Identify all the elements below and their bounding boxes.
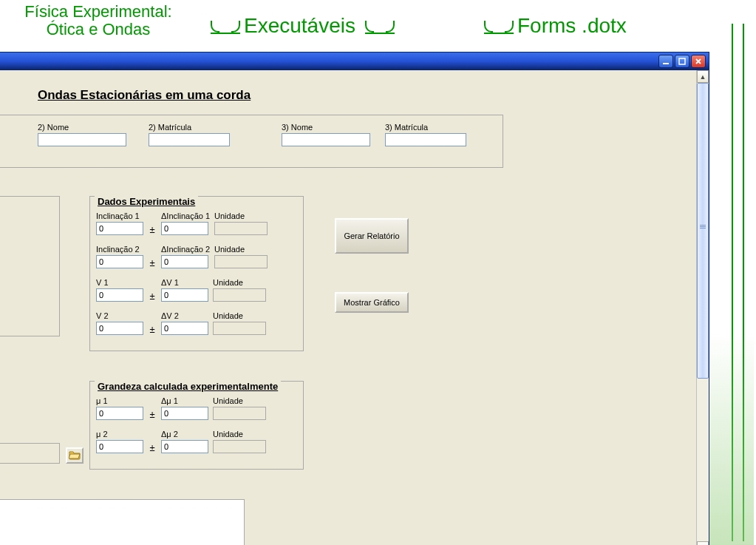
svg-rect-1 xyxy=(679,58,685,64)
delta-mu1-input[interactable] xyxy=(161,407,208,420)
unidade-label: Unidade xyxy=(214,211,268,220)
svg-rect-0 xyxy=(663,63,669,64)
unidade2-output xyxy=(214,255,268,268)
unidade-v2-output xyxy=(213,322,266,335)
forms-label: Forms .dotx xyxy=(517,15,627,38)
gerar-relatorio-button[interactable]: Gerar Relatório xyxy=(335,218,409,254)
delta-inclinacao2-label: ΔInclinação 2 xyxy=(161,245,210,254)
plus-minus-symbol: ± xyxy=(148,324,157,335)
nome2-input[interactable] xyxy=(38,133,126,146)
dados-experimentais-caption: Dados Experimentais xyxy=(95,196,198,207)
client-area: Ondas Estacionárias em uma corda 2) Nome… xyxy=(0,70,709,545)
executaveis-label: Executáveis xyxy=(244,15,355,38)
mu1-label: μ 1 xyxy=(96,396,143,405)
delta-v1-label: ΔV 1 xyxy=(161,278,208,287)
matricula2-input[interactable] xyxy=(149,133,230,146)
scroll-thumb[interactable] xyxy=(697,83,709,379)
unidade-label: Unidade xyxy=(213,430,266,439)
delta-inclinacao1-label: ΔInclinação 1 xyxy=(161,211,210,220)
unidade-mu1-output xyxy=(213,407,266,420)
unidade-label: Unidade xyxy=(214,245,268,254)
close-button[interactable] xyxy=(691,55,706,68)
unidade1-output xyxy=(214,222,268,235)
inclinacao2-input[interactable] xyxy=(96,255,143,268)
v1-input[interactable] xyxy=(96,288,143,302)
output-panel xyxy=(0,499,245,545)
plus-minus-symbol: ± xyxy=(148,224,157,235)
unidade-mu2-output xyxy=(213,440,266,453)
grandeza-calculada-groupbox: Grandeza calculada experimentalmente μ 1… xyxy=(89,381,304,470)
bracket-decor xyxy=(211,24,240,34)
maximize-button[interactable] xyxy=(675,55,689,68)
inclinacao1-label: Inclinação 1 xyxy=(96,211,143,220)
mostrar-grafico-button[interactable]: Mostrar Gráfico xyxy=(335,292,409,313)
left-groupbox-2 xyxy=(0,443,60,464)
folder-open-icon xyxy=(69,450,81,462)
delta-mu2-label: Δμ 2 xyxy=(161,430,208,439)
delta-inclinacao1-input[interactable] xyxy=(161,222,208,235)
plus-minus-symbol: ± xyxy=(148,442,157,453)
inclinacao2-label: Inclinação 2 xyxy=(96,245,143,254)
mu2-label: μ 2 xyxy=(96,430,143,439)
inclinacao1-input[interactable] xyxy=(96,222,143,235)
scroll-down-button[interactable]: ▼ xyxy=(697,541,709,545)
titlebar xyxy=(0,53,709,70)
delta-v1-input[interactable] xyxy=(161,288,208,302)
unidade-label: Unidade xyxy=(213,311,266,320)
app-window: Ondas Estacionárias em uma corda 2) Nome… xyxy=(0,52,709,545)
matricula3-label: 3) Matrícula xyxy=(385,123,466,132)
bracket-decor xyxy=(365,24,395,34)
bracket-decor xyxy=(484,24,514,34)
matricula3-input[interactable] xyxy=(385,133,466,146)
mu1-input[interactable] xyxy=(96,407,143,420)
unidade-v1-output xyxy=(213,288,266,302)
v2-input[interactable] xyxy=(96,322,143,335)
delta-v2-label: ΔV 2 xyxy=(161,311,208,320)
delta-mu1-label: Δμ 1 xyxy=(161,396,208,405)
nome3-input[interactable] xyxy=(282,133,370,146)
plus-minus-symbol: ± xyxy=(148,257,157,268)
delta-inclinacao2-input[interactable] xyxy=(161,255,208,268)
dados-experimentais-groupbox: Dados Experimentais Inclinação 1 ± ΔIncl… xyxy=(89,196,304,351)
nome3-label: 3) Nome xyxy=(282,123,370,132)
v1-label: V 1 xyxy=(96,278,143,287)
grandeza-calculada-caption: Grandeza calculada experimentalmente xyxy=(95,381,281,392)
mu2-input[interactable] xyxy=(96,440,143,453)
delta-v2-input[interactable] xyxy=(161,322,208,335)
nome2-label: 2) Nome xyxy=(38,123,126,132)
plus-minus-symbol: ± xyxy=(148,291,157,302)
minimize-button[interactable] xyxy=(658,55,673,68)
delta-mu2-input[interactable] xyxy=(161,440,208,453)
students-groupbox: 2) Nome 2) Matrícula 3) Nome 3) Matrícul… xyxy=(0,115,503,168)
matricula2-label: 2) Matrícula xyxy=(149,123,230,132)
unidade-label: Unidade xyxy=(213,278,266,287)
scroll-up-button[interactable]: ▲ xyxy=(697,70,709,83)
unidade-label: Unidade xyxy=(213,396,266,405)
page-title: Ondas Estacionárias em uma corda xyxy=(38,88,251,103)
gradient-decor xyxy=(709,333,754,545)
vertical-scrollbar[interactable]: ▲ ▼ xyxy=(696,70,709,545)
plus-minus-symbol: ± xyxy=(148,409,157,420)
left-groupbox-1 xyxy=(0,196,60,336)
course-title-label: Física Experimental:Ótica e Ondas xyxy=(13,3,183,38)
v2-label: V 2 xyxy=(96,311,143,320)
open-folder-button[interactable] xyxy=(66,447,84,464)
